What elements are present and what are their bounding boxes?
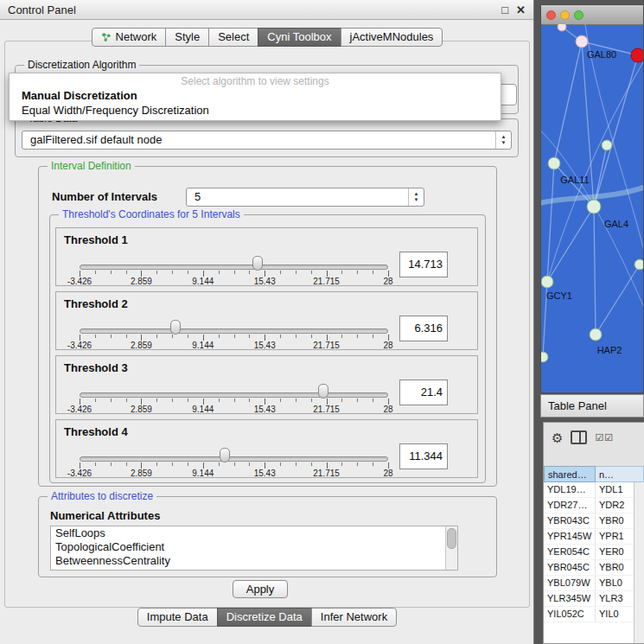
edge[interactable]	[594, 55, 638, 207]
zoom-button[interactable]	[574, 10, 583, 20]
slider-track[interactable]	[80, 328, 388, 334]
stepper[interactable]: ▲▼	[495, 131, 511, 149]
network-node[interactable]	[590, 328, 602, 341]
stepper-down-icon[interactable]: ▼	[414, 197, 419, 203]
edge[interactable]	[547, 207, 594, 282]
table-cell[interactable]: YDL1	[596, 482, 634, 497]
scrollbar-thumb[interactable]	[447, 528, 456, 549]
slider-track[interactable]	[80, 265, 388, 270]
close-button[interactable]: ✕	[516, 4, 526, 16]
network-canvas[interactable]: GAL80GAL11GAL4GCY1HAP2	[541, 24, 643, 392]
network-node[interactable]	[558, 24, 566, 31]
table-row[interactable]: YLR345WYLR3	[544, 591, 634, 607]
table-cell[interactable]: YPR1	[596, 529, 634, 544]
minimize-button[interactable]	[560, 10, 570, 20]
threshold-slider[interactable]: -3.4262.8599.14415.4321.71528	[80, 292, 388, 351]
table-panel-header[interactable]: Table Panel	[540, 394, 644, 418]
table-cell[interactable]: YBR0	[596, 560, 634, 575]
list-item[interactable]: TopologicalCoefficient	[51, 540, 457, 554]
algorithm-option[interactable]: Manual Discretization	[10, 88, 501, 103]
threshold-slider[interactable]: -3.4262.8599.14415.4321.71528	[80, 228, 388, 287]
num-intervals-spinner[interactable]: 5 ▲▼	[186, 188, 424, 207]
edge[interactable]	[554, 41, 582, 163]
close-button[interactable]	[546, 10, 556, 20]
threshold-value-field[interactable]: 14.713	[399, 252, 448, 277]
tab-style[interactable]: Style	[165, 28, 209, 47]
network-node[interactable]	[602, 140, 612, 150]
table-cell[interactable]: YDL19…	[544, 482, 596, 497]
stepper-up-icon[interactable]: ▲	[501, 134, 507, 140]
table-cell[interactable]: YDR27…	[544, 498, 596, 513]
tab-impute-data[interactable]: Impute Data	[137, 608, 218, 627]
stepper[interactable]: ▲▼	[408, 188, 424, 206]
table-cell[interactable]: YLR3	[596, 591, 634, 606]
network-node[interactable]	[541, 352, 548, 362]
slider-tick	[296, 335, 296, 338]
tab-select[interactable]: Select	[208, 28, 258, 47]
threshold-value-field[interactable]: 11.344	[399, 443, 448, 469]
slider-thumb[interactable]	[252, 256, 263, 271]
network-window-titlebar[interactable]	[541, 5, 643, 25]
slider-thumb[interactable]	[170, 320, 181, 335]
edge[interactable]	[596, 265, 640, 335]
table-cell[interactable]: YIL052C	[544, 607, 596, 622]
table-cell[interactable]: YPR145W	[544, 529, 596, 544]
tab-cyni-toolbox[interactable]: Cyni Toolbox	[258, 28, 341, 47]
table-cell[interactable]: YLR345W	[544, 591, 596, 606]
stepper-down-icon[interactable]: ▼	[501, 140, 507, 146]
slider-thumb[interactable]	[220, 448, 230, 462]
table-cell[interactable]: YBL079W	[544, 576, 596, 590]
network-node[interactable]	[541, 276, 553, 288]
table-cell[interactable]: YDR2	[596, 498, 634, 513]
network-node[interactable]	[548, 157, 560, 169]
network-node[interactable]	[587, 200, 601, 214]
list-item[interactable]: SelfLoops	[51, 526, 457, 540]
attributes-list[interactable]: SelfLoopsTopologicalCoefficientBetweenne…	[50, 526, 458, 571]
control-panel-titlebar[interactable]: Control Panel □ ✕	[0, 0, 533, 20]
tab-discretize-data[interactable]: Discretize Data	[217, 608, 312, 627]
slider-thumb[interactable]	[318, 384, 328, 399]
network-node[interactable]	[576, 35, 588, 48]
list-item[interactable]: BetweennessCentrality	[51, 554, 457, 568]
table-row[interactable]: YDR27…YDR2	[544, 498, 634, 513]
threshold-value-field[interactable]: 21.4	[399, 379, 448, 405]
network-node[interactable]	[634, 259, 643, 270]
table-cell[interactable]: YIL0	[596, 607, 634, 622]
threshold-slider[interactable]: -3.4262.8599.14415.4321.71528	[80, 420, 388, 479]
threshold-value-field[interactable]: 6.316	[399, 316, 448, 341]
table-cell[interactable]: YBR043C	[544, 513, 596, 528]
algorithm-option[interactable]: Equal Width/Frequency Discretization	[10, 103, 501, 118]
apply-button[interactable]: Apply	[233, 580, 288, 598]
table-row[interactable]: YER054CYER0	[544, 545, 634, 560]
slider-tick-label: 21.715	[313, 405, 340, 414]
network-node[interactable]	[631, 48, 643, 62]
table-cell[interactable]: YBR045C	[544, 560, 596, 575]
table-cell[interactable]: YER0	[596, 545, 634, 559]
slider-track[interactable]	[80, 456, 388, 462]
table-row[interactable]: YPR145WYPR1	[544, 529, 634, 545]
table-cell[interactable]: YER054C	[544, 545, 596, 559]
tab-jactivemnodules[interactable]: jActiveMNodules	[341, 28, 443, 47]
float-button[interactable]: □	[501, 4, 508, 16]
table-cell[interactable]: YBL0	[596, 576, 634, 590]
column-header[interactable]: n…	[596, 466, 644, 482]
edge[interactable]	[594, 207, 596, 335]
table-scrollbar[interactable]	[634, 482, 644, 643]
table-row[interactable]: YBR043CYBR0	[544, 513, 634, 529]
table-row[interactable]: YBR045CYBR0	[544, 560, 634, 576]
slider-track[interactable]	[80, 392, 388, 398]
table-row[interactable]: YBL079WYBL0	[544, 576, 634, 591]
table-cell[interactable]: YBR0	[596, 513, 634, 528]
stepper-up-icon[interactable]: ▲	[414, 191, 419, 197]
table-data-combo[interactable]: galFiltered.sif default node ▲▼	[22, 131, 512, 150]
columns-icon[interactable]	[571, 430, 587, 444]
gear-icon[interactable]: ⚙	[552, 431, 563, 444]
column-header[interactable]: shared…	[544, 466, 596, 482]
tab-network[interactable]: Network	[92, 28, 167, 47]
select-columns-icon[interactable]: ☑☑	[595, 432, 614, 443]
table-row[interactable]: YDL19…YDL1	[544, 482, 634, 498]
table-row[interactable]: YIL052CYIL0	[544, 607, 634, 622]
threshold-slider[interactable]: -3.4262.8599.14415.4321.71528	[80, 356, 388, 415]
list-scrollbar[interactable]	[445, 526, 457, 570]
tab-infer-network[interactable]: Infer Network	[311, 608, 397, 627]
